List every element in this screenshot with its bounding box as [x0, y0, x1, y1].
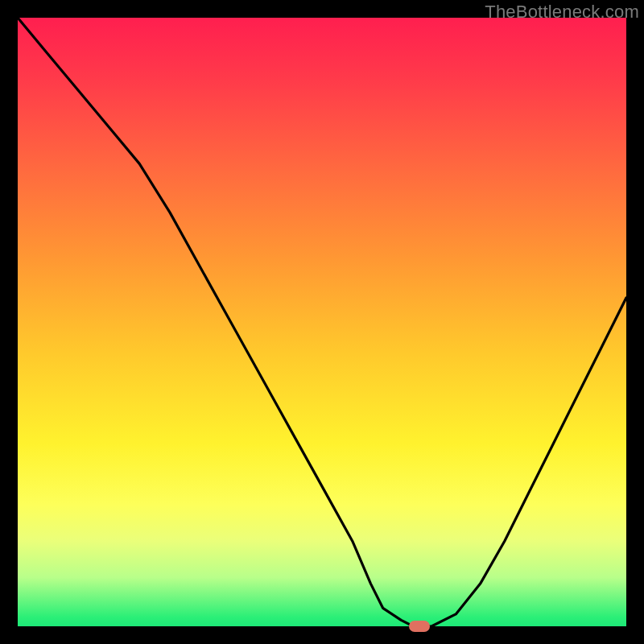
optimal-point-marker	[409, 621, 430, 632]
chart-frame: TheBottleneck.com	[0, 0, 644, 644]
plot-area	[18, 18, 626, 626]
watermark-text: TheBottleneck.com	[485, 2, 639, 23]
bottleneck-curve	[18, 18, 626, 626]
